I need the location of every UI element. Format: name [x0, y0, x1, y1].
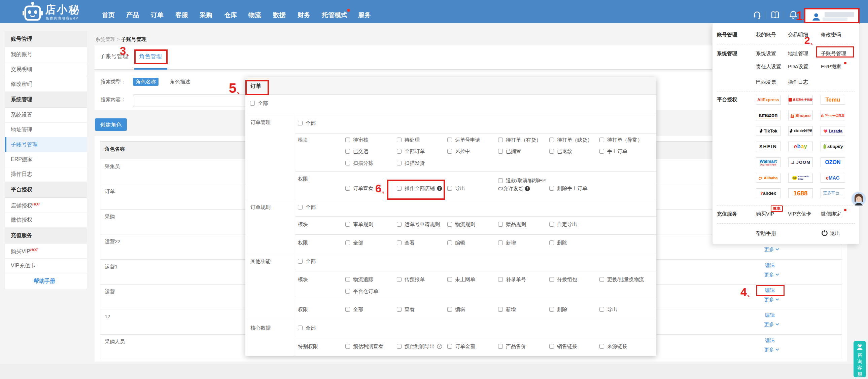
svg-text:?: ?: [526, 187, 528, 191]
svg-text:?: ?: [438, 344, 440, 348]
svg-text:S: S: [822, 115, 823, 117]
svg-text:S: S: [792, 115, 793, 117]
